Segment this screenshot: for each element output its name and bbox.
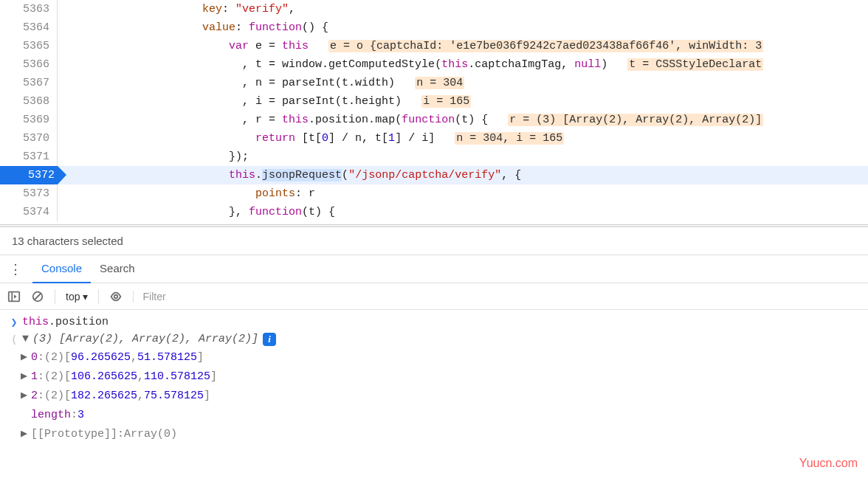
context-selector-label: top <box>66 291 80 302</box>
code-content: var e = this e = o {captchaId: 'e1e7be03… <box>58 37 868 55</box>
code-content: , t = window.getComputedStyle(this.captc… <box>58 55 868 74</box>
code-content: points: r <box>58 184 868 203</box>
live-expression-icon[interactable] <box>109 290 123 303</box>
code-content: }); <box>58 148 868 166</box>
code-content: }, function(t) { <box>58 203 868 221</box>
code-line[interactable]: 5369 , r = this.position.map(function(t)… <box>0 111 868 129</box>
watermark: Yuucn.com <box>799 457 858 470</box>
result-icon: ⟨ <box>6 333 22 347</box>
line-number[interactable]: 5370 <box>0 129 58 148</box>
code-content: , n = parseInt(t.width) n = 304 <box>58 74 868 92</box>
console-result-row: ⟨ ▼ (3) [Array(2), Array(2), Array(2)] i <box>3 331 865 348</box>
selection-status-text: 13 characters selected <box>12 235 123 247</box>
inline-value-hint: i = 165 <box>421 95 471 108</box>
drawer-tabs: ⋮ Console Search <box>0 255 868 283</box>
svg-point-4 <box>114 294 118 298</box>
expand-toggle[interactable]: ▼ <box>22 333 32 345</box>
code-content: this.jsonpRequest("/jsonp/captcha/verify… <box>58 166 868 184</box>
toolbar-separator <box>55 289 55 304</box>
code-content: value: function() { <box>58 18 868 37</box>
inline-value-hint: t = CSSStyleDeclarat <box>627 58 763 71</box>
console-toolbar: top ▾ <box>0 283 868 310</box>
clear-console-icon[interactable] <box>31 290 44 303</box>
svg-line-3 <box>35 293 41 300</box>
console-input-row: ❯ this.position <box>3 314 865 331</box>
console-filter-input[interactable] <box>142 291 861 302</box>
breakpoint-gutter[interactable]: 5372 <box>0 166 58 184</box>
caret-down-icon: ▾ <box>83 291 88 302</box>
code-line[interactable]: 5363 key: "verify", <box>0 0 868 18</box>
code-line[interactable]: 5365 var e = this e = o {captchaId: 'e1e… <box>0 37 868 55</box>
inline-value-hint: e = o {captchaId: 'e1e7be036f9242c7aed02… <box>328 40 763 52</box>
inline-value-hint: n = 304, i = 165 <box>455 132 564 145</box>
line-number[interactable]: 5365 <box>0 37 58 55</box>
array-index-row[interactable]: ▶2: (2) [182.265625, 75.578125] <box>21 387 865 406</box>
expand-toggle[interactable]: ▶ <box>21 367 31 387</box>
source-code-pane[interactable]: 5363 key: "verify",5364 value: function(… <box>0 0 868 224</box>
expand-toggle[interactable]: ▶ <box>21 387 31 406</box>
array-index-row[interactable]: ▶0: (2) [96.265625, 51.578125] <box>21 348 865 367</box>
array-prototype-row[interactable]: ▶ [[Prototype]]: Array(0) <box>21 425 865 444</box>
console-output[interactable]: ❯ this.position ⟨ ▼ (3) [Array(2), Array… <box>0 310 868 449</box>
array-index-row[interactable]: ▶1: (2) [106.265625, 110.578125] <box>21 367 865 387</box>
filter-wrapper <box>133 291 861 302</box>
code-content: return [t[0] / n, t[1] / i] n = 304, i =… <box>58 129 868 148</box>
code-line[interactable]: 5364 value: function() { <box>0 18 868 37</box>
line-number[interactable]: 5374 <box>0 203 58 221</box>
tab-console[interactable]: Console <box>32 255 91 283</box>
tab-search[interactable]: Search <box>91 255 144 283</box>
line-number[interactable]: 5371 <box>0 148 58 166</box>
line-number[interactable]: 5363 <box>0 0 58 18</box>
code-line[interactable]: 5366 , t = window.getComputedStyle(this.… <box>0 55 868 74</box>
toggle-sidebar-icon[interactable] <box>7 290 21 303</box>
code-line[interactable]: 5371 }); <box>0 148 868 166</box>
line-number[interactable]: 5366 <box>0 55 58 74</box>
line-number[interactable]: 5364 <box>0 18 58 37</box>
expand-toggle[interactable]: ▶ <box>21 348 31 367</box>
code-line[interactable]: 5368 , i = parseInt(t.height) i = 165 <box>0 92 868 111</box>
code-content: key: "verify", <box>58 0 868 18</box>
code-line[interactable]: 5374 }, function(t) { <box>0 203 868 221</box>
line-number[interactable]: 5367 <box>0 74 58 92</box>
code-line[interactable]: 5373 points: r <box>0 184 868 203</box>
context-selector[interactable]: top ▾ <box>66 291 88 302</box>
inline-value-hint: r = (3) [Array(2), Array(2), Array(2)] <box>508 114 763 126</box>
array-summary: (3) [Array(2), Array(2), Array(2)] <box>32 333 258 345</box>
code-content: , i = parseInt(t.height) i = 165 <box>58 92 868 111</box>
array-length-row: length: 3 <box>21 406 865 425</box>
code-line[interactable]: 5370 return [t[0] / n, t[1] / i] n = 304… <box>0 129 868 148</box>
inline-value-hint: n = 304 <box>415 77 464 89</box>
line-number[interactable]: 5373 <box>0 184 58 203</box>
prompt-icon: ❯ <box>6 316 22 330</box>
code-line[interactable]: 5367 , n = parseInt(t.width) n = 304 <box>0 74 868 92</box>
console-input-code: this.position <box>22 316 108 328</box>
selection-status: 13 characters selected <box>0 227 868 255</box>
toolbar-separator <box>98 289 99 304</box>
drawer-kebab-menu[interactable]: ⋮ <box>7 261 24 277</box>
line-number[interactable]: 5369 <box>0 111 58 129</box>
info-icon[interactable]: i <box>263 333 276 346</box>
code-line[interactable]: 5372 this.jsonpRequest("/jsonp/captcha/v… <box>0 166 868 184</box>
code-content: , r = this.position.map(function(t) { r … <box>58 111 868 129</box>
line-number[interactable]: 5368 <box>0 92 58 111</box>
expand-toggle[interactable]: ▶ <box>21 425 31 444</box>
